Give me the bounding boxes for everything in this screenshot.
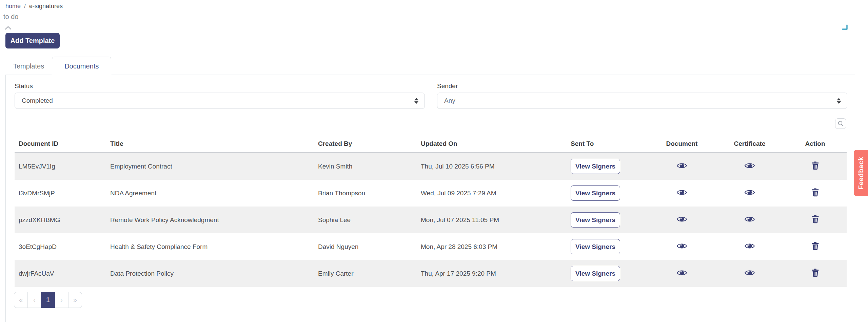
view-document-eye-icon[interactable] (676, 242, 687, 250)
view-signers-button[interactable]: View Signers (571, 185, 620, 201)
view-certificate-eye-icon[interactable] (744, 162, 755, 169)
cell-action (784, 180, 847, 207)
chevron-up-icon[interactable] (5, 25, 12, 31)
view-certificate-eye-icon[interactable] (744, 269, 755, 276)
col-header-document: Document (648, 135, 716, 153)
feedback-tab-label: Feedback (857, 157, 865, 189)
col-header-updated-on: Updated On (417, 135, 567, 153)
add-template-button[interactable]: Add Template (5, 33, 60, 48)
search-button[interactable] (835, 118, 846, 129)
documents-table: Document ID Title Created By Updated On … (15, 135, 847, 287)
cell-document-id: dwjrFAcUaV (15, 260, 106, 287)
delete-trash-icon[interactable] (812, 215, 819, 223)
col-header-action: Action (784, 135, 847, 153)
delete-trash-icon[interactable] (812, 188, 819, 197)
cell-certificate (716, 207, 784, 233)
delete-trash-icon[interactable] (812, 242, 819, 250)
view-document-eye-icon[interactable] (676, 189, 687, 196)
cell-document (648, 180, 716, 207)
pagination-last-button[interactable]: » (68, 292, 82, 308)
view-certificate-eye-icon[interactable] (744, 242, 755, 250)
cell-document-id: t3vDMrSMjP (15, 180, 106, 207)
view-document-eye-icon[interactable] (676, 162, 687, 169)
tab-templates[interactable]: Templates (5, 57, 52, 75)
col-header-created-by: Created By (314, 135, 417, 153)
cell-action (784, 207, 847, 233)
cell-sent-to: View Signers (567, 233, 648, 260)
cell-updated-on: Thu, Apr 17 2025 9:20 PM (417, 260, 567, 287)
cell-action (784, 233, 847, 260)
view-certificate-eye-icon[interactable] (744, 216, 755, 223)
documents-panel: Status Completed Sender Any Document ID … (5, 75, 855, 322)
cell-created-by: Sophia Lee (314, 207, 417, 233)
feedback-tab[interactable]: Feedback (854, 150, 868, 196)
cell-certificate (716, 233, 784, 260)
table-row: pzzdXKHBMGRemote Work Policy Acknowledgm… (15, 207, 847, 233)
col-header-sent-to: Sent To (567, 135, 648, 153)
cell-document-id: 3oEtCgHapD (15, 233, 106, 260)
tab-documents[interactable]: Documents (52, 57, 111, 75)
up-down-arrows-icon (837, 98, 841, 104)
up-down-arrows-icon (414, 98, 418, 104)
cell-title: Health & Safety Compliance Form (106, 233, 314, 260)
cell-certificate (716, 153, 784, 180)
search-icon (838, 121, 844, 126)
cell-sent-to: View Signers (567, 260, 648, 287)
cell-sent-to: View Signers (567, 180, 648, 207)
breadcrumb: home / e-signatures (5, 3, 63, 10)
sender-select-value: Any (444, 97, 455, 104)
col-header-document-id: Document ID (15, 135, 106, 153)
delete-trash-icon[interactable] (812, 269, 819, 277)
pagination-first-button[interactable]: « (14, 292, 28, 308)
status-select-value: Completed (22, 97, 53, 104)
view-signers-button[interactable]: View Signers (571, 159, 620, 174)
table-row: 3oEtCgHapDHealth & Safety Compliance For… (15, 233, 847, 260)
col-header-certificate: Certificate (716, 135, 784, 153)
status-filter-label: Status (15, 82, 33, 90)
view-signers-button[interactable]: View Signers (571, 212, 620, 228)
cell-created-by: David Nguyen (314, 233, 417, 260)
cell-document (648, 153, 716, 180)
cell-updated-on: Mon, Apr 28 2025 6:03 PM (417, 233, 567, 260)
cell-action (784, 260, 847, 287)
cell-title: Employment Contract (106, 153, 314, 180)
cell-certificate (716, 260, 784, 287)
cell-document-id: LM5EvJV1Ig (15, 153, 106, 180)
page-subtitle: to do (3, 13, 18, 21)
breadcrumb-current: e-signatures (29, 3, 63, 10)
view-document-eye-icon[interactable] (676, 216, 687, 223)
pagination-next-button[interactable]: › (55, 292, 68, 308)
breadcrumb-home-link[interactable]: home (5, 3, 21, 10)
pagination: « ‹ 1 › » (14, 292, 82, 308)
tab-bar: Templates Documents (5, 57, 111, 75)
cell-updated-on: Wed, Jul 09 2025 7:29 AM (417, 180, 567, 207)
cell-created-by: Emily Carter (314, 260, 417, 287)
cell-action (784, 153, 847, 180)
view-signers-button[interactable]: View Signers (571, 239, 620, 254)
cell-updated-on: Thu, Jul 10 2025 6:56 PM (417, 153, 567, 180)
sender-filter-label: Sender (437, 82, 458, 90)
cell-created-by: Kevin Smith (314, 153, 417, 180)
view-signers-button[interactable]: View Signers (571, 266, 620, 281)
col-header-title: Title (106, 135, 314, 153)
cell-document (648, 260, 716, 287)
cell-certificate (716, 180, 784, 207)
breadcrumb-separator: / (24, 3, 26, 10)
table-row: dwjrFAcUaVData Protection PolicyEmily Ca… (15, 260, 847, 287)
cell-document-id: pzzdXKHBMG (15, 207, 106, 233)
delete-trash-icon[interactable] (812, 161, 819, 170)
view-document-eye-icon[interactable] (676, 269, 687, 276)
table-header-row: Document ID Title Created By Updated On … (15, 135, 847, 153)
cell-sent-to: View Signers (567, 153, 648, 180)
cell-title: Data Protection Policy (106, 260, 314, 287)
cell-created-by: Brian Thompson (314, 180, 417, 207)
sender-select[interactable]: Any (437, 93, 847, 109)
pagination-prev-button[interactable]: ‹ (27, 292, 41, 308)
corner-arrow-icon (842, 24, 848, 31)
view-certificate-eye-icon[interactable] (744, 189, 755, 196)
cell-document (648, 207, 716, 233)
pagination-page-1-button[interactable]: 1 (41, 292, 55, 308)
status-select[interactable]: Completed (15, 93, 425, 109)
cell-sent-to: View Signers (567, 207, 648, 233)
cell-document (648, 233, 716, 260)
